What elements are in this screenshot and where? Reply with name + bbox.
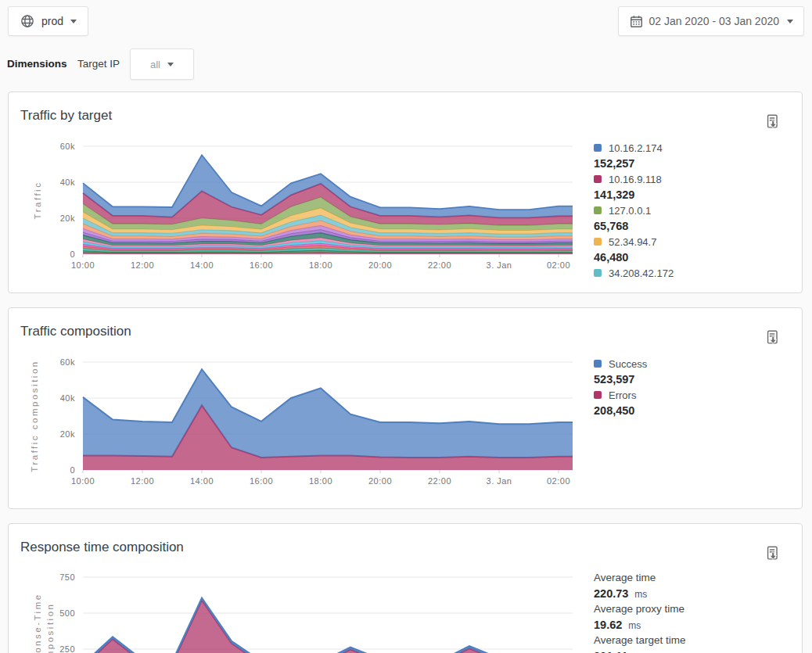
legend-item[interactable]: Success: [594, 356, 789, 371]
stat-value: 220.73ms: [594, 586, 797, 601]
x-tick-label: 10:00: [71, 260, 95, 270]
x-tick-label: 16:00: [250, 260, 273, 270]
dimension-value-dropdown[interactable]: all: [130, 48, 194, 80]
legend-label: 34.208.42.172: [609, 267, 674, 279]
environment-label: prod: [41, 15, 63, 27]
legend-value: 523,597: [594, 371, 789, 387]
y-tick-label: 250: [59, 644, 75, 653]
y-tick-label: 20k: [60, 429, 75, 439]
x-tick-label: 14:00: [190, 260, 214, 270]
x-tick-label: 14:00: [190, 476, 214, 486]
traffic-by-target-chart: 020k40k60k10:0012:0014:0016:0018:0020:00…: [24, 134, 573, 274]
stat-unit: ms: [634, 589, 647, 600]
legend-color-swatch: [594, 206, 602, 214]
legend-item[interactable]: 52.34.94.7: [594, 234, 789, 249]
stat-label: Average target time: [594, 633, 797, 648]
legend-label: 52.34.94.7: [609, 236, 656, 248]
response-time-composition-card: Response time composition Response-Time …: [8, 523, 803, 653]
calendar-icon: [629, 14, 644, 29]
stat-label: Average proxy time: [594, 601, 797, 617]
y-tick-label: 500: [59, 608, 75, 618]
stat-value: 201.11ms: [594, 648, 797, 653]
x-tick-label: 10:00: [71, 476, 95, 486]
traffic-composition-chart: 020k40k60k10:0012:0014:0016:0018:0020:00…: [24, 350, 573, 490]
area-series-Average target time: [83, 600, 573, 653]
dimensions-label: Dimensions: [7, 58, 67, 70]
legend-color-swatch: [594, 238, 602, 246]
chart-legend: Success523,597Errors208,450: [594, 356, 789, 418]
legend-item[interactable]: Errors: [594, 387, 789, 403]
x-tick-label: 3. Jan: [487, 260, 512, 270]
x-tick-label: 22:00: [428, 260, 451, 270]
card-title: Response time composition: [20, 540, 184, 555]
legend-label: Errors: [609, 389, 636, 401]
y-tick-label: 0: [70, 249, 75, 259]
x-tick-label: 22:00: [428, 476, 451, 486]
export-report-icon[interactable]: [764, 545, 781, 562]
x-tick-label: 12:00: [131, 260, 154, 270]
dimension-name-label: Target IP: [77, 58, 120, 70]
stat-unit: ms: [628, 620, 641, 631]
y-tick-label: 20k: [60, 213, 75, 223]
y-tick-label: 40k: [60, 178, 75, 187]
export-report-icon[interactable]: [764, 113, 781, 131]
y-tick-label: 40k: [60, 393, 75, 403]
legend-label: 10.16.2.174: [609, 142, 663, 154]
x-tick-label: 12:00: [131, 476, 154, 486]
y-tick-label: 750: [59, 572, 75, 582]
legend-item[interactable]: 10.16.2.174: [594, 140, 789, 156]
chevron-down-icon: [167, 63, 174, 66]
globe-icon: [20, 13, 35, 29]
card-title: Traffic composition: [20, 324, 131, 339]
legend-item[interactable]: 34.208.42.172: [594, 265, 789, 281]
stat-value: 19.62ms: [594, 617, 797, 633]
x-tick-label: 20:00: [368, 476, 392, 486]
x-tick-label: 18:00: [309, 260, 332, 270]
legend-value: 46,480: [594, 249, 789, 265]
area-series-Average proxy time: [83, 598, 573, 653]
legend-color-swatch: [594, 391, 602, 399]
legend-color-swatch: [594, 144, 602, 152]
legend-value: 65,768: [594, 218, 789, 234]
x-tick-label: 16:00: [250, 476, 273, 486]
environment-selector[interactable]: prod: [8, 6, 88, 36]
x-tick-label: 02:00: [547, 476, 570, 486]
y-tick-label: 60k: [60, 142, 75, 151]
legend-value: 208,450: [594, 403, 789, 418]
x-tick-label: 20:00: [368, 260, 392, 270]
legend-item[interactable]: 10.16.9.118: [594, 171, 789, 187]
chart-legend: 10.16.2.174152,25710.16.9.118141,329127.…: [594, 140, 789, 281]
legend-label: 10.16.9.118: [609, 174, 662, 185]
chevron-down-icon: [787, 20, 793, 23]
response-time-stats: Average time220.73msAverage proxy time19…: [594, 570, 797, 653]
traffic-by-target-card: Traffic by target Traffic 020k40k60k10:0…: [8, 91, 803, 293]
legend-label: 127.0.0.1: [609, 205, 651, 217]
legend-label: Success: [609, 358, 647, 370]
x-tick-label: 3. Jan: [487, 476, 512, 486]
legend-item[interactable]: 127.0.0.1: [594, 203, 789, 218]
response-time-composition-chart: 025050075010:0012:0014:0016:0018:0020:00…: [24, 565, 573, 653]
y-tick-label: 0: [70, 465, 75, 475]
legend-color-swatch: [594, 175, 602, 183]
traffic-composition-card: Traffic composition Traffic composition …: [8, 307, 803, 509]
y-tick-label: 60k: [60, 357, 75, 367]
legend-color-swatch: [594, 269, 602, 277]
export-report-icon[interactable]: [764, 329, 781, 346]
dimension-value-label: all: [150, 59, 160, 70]
area-series-Success: [83, 369, 573, 457]
chevron-down-icon: [70, 20, 77, 23]
date-range-label: 02 Jan 2020 - 03 Jan 2020: [649, 15, 779, 27]
x-tick-label: 02:00: [547, 260, 570, 270]
legend-color-swatch: [594, 360, 602, 368]
legend-value: 141,329: [594, 187, 789, 203]
stat-label: Average time: [594, 570, 797, 586]
date-range-picker[interactable]: 02 Jan 2020 - 03 Jan 2020: [618, 6, 804, 36]
x-tick-label: 18:00: [309, 476, 332, 486]
card-title: Traffic by target: [20, 108, 112, 124]
legend-value: 152,257: [594, 156, 789, 171]
